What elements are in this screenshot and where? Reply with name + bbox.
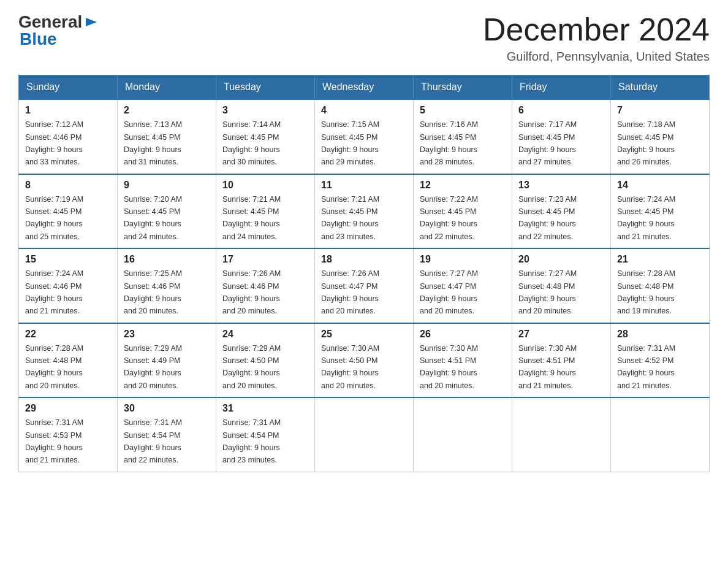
calendar-cell (512, 397, 611, 472)
calendar-cell (611, 397, 710, 472)
weekday-header-monday: Monday (118, 75, 216, 100)
logo-arrow-icon (85, 15, 98, 29)
calendar-cell: 13 Sunrise: 7:23 AMSunset: 4:45 PMDaylig… (512, 174, 611, 249)
day-info: Sunrise: 7:13 AMSunset: 4:45 PMDaylight:… (124, 120, 182, 166)
day-number: 19 (420, 254, 506, 265)
weekday-header-thursday: Thursday (414, 75, 512, 100)
calendar-cell: 1 Sunrise: 7:12 AMSunset: 4:46 PMDayligh… (19, 99, 118, 174)
calendar-cell: 23 Sunrise: 7:29 AMSunset: 4:49 PMDaylig… (118, 323, 216, 398)
week-row-3: 15 Sunrise: 7:24 AMSunset: 4:46 PMDaylig… (19, 248, 710, 323)
calendar-cell: 2 Sunrise: 7:13 AMSunset: 4:45 PMDayligh… (118, 99, 216, 174)
day-info: Sunrise: 7:24 AMSunset: 4:46 PMDaylight:… (25, 269, 83, 315)
day-info: Sunrise: 7:28 AMSunset: 4:48 PMDaylight:… (25, 344, 83, 390)
month-title: December 2024 (483, 12, 710, 47)
day-number: 16 (124, 254, 210, 265)
day-info: Sunrise: 7:30 AMSunset: 4:51 PMDaylight:… (518, 344, 577, 390)
day-info: Sunrise: 7:17 AMSunset: 4:45 PMDaylight:… (518, 120, 577, 166)
page-header: General Blue December 2024 Guilford, Pen… (18, 12, 710, 64)
calendar-cell: 15 Sunrise: 7:24 AMSunset: 4:46 PMDaylig… (19, 248, 118, 323)
day-number: 30 (124, 403, 210, 414)
day-info: Sunrise: 7:30 AMSunset: 4:51 PMDaylight:… (420, 344, 478, 390)
day-info: Sunrise: 7:15 AMSunset: 4:45 PMDaylight:… (321, 120, 379, 166)
day-info: Sunrise: 7:20 AMSunset: 4:45 PMDaylight:… (124, 195, 182, 241)
weekday-header-wednesday: Wednesday (315, 75, 414, 100)
day-number: 22 (25, 329, 111, 340)
day-info: Sunrise: 7:31 AMSunset: 4:54 PMDaylight:… (222, 418, 281, 464)
calendar-cell: 29 Sunrise: 7:31 AMSunset: 4:53 PMDaylig… (19, 397, 118, 472)
day-info: Sunrise: 7:22 AMSunset: 4:45 PMDaylight:… (420, 195, 478, 241)
day-info: Sunrise: 7:29 AMSunset: 4:49 PMDaylight:… (124, 344, 182, 390)
location-text: Guilford, Pennsylvania, United States (483, 50, 710, 64)
day-info: Sunrise: 7:14 AMSunset: 4:45 PMDaylight:… (222, 120, 281, 166)
day-number: 21 (617, 254, 703, 265)
calendar-cell: 25 Sunrise: 7:30 AMSunset: 4:50 PMDaylig… (315, 323, 414, 398)
day-number: 4 (321, 105, 407, 116)
day-number: 13 (518, 180, 604, 191)
day-number: 2 (124, 105, 210, 116)
calendar-cell: 3 Sunrise: 7:14 AMSunset: 4:45 PMDayligh… (216, 99, 315, 174)
calendar-cell: 24 Sunrise: 7:29 AMSunset: 4:50 PMDaylig… (216, 323, 315, 398)
calendar-cell: 4 Sunrise: 7:15 AMSunset: 4:45 PMDayligh… (315, 99, 414, 174)
day-number: 15 (25, 254, 111, 265)
calendar-cell: 16 Sunrise: 7:25 AMSunset: 4:46 PMDaylig… (118, 248, 216, 323)
day-info: Sunrise: 7:12 AMSunset: 4:46 PMDaylight:… (25, 120, 83, 166)
title-section: December 2024 Guilford, Pennsylvania, Un… (483, 12, 710, 64)
day-info: Sunrise: 7:21 AMSunset: 4:45 PMDaylight:… (321, 195, 379, 241)
day-number: 18 (321, 254, 407, 265)
weekday-header-sunday: Sunday (19, 75, 118, 100)
day-number: 1 (25, 105, 111, 116)
calendar-cell: 20 Sunrise: 7:27 AMSunset: 4:48 PMDaylig… (512, 248, 611, 323)
day-info: Sunrise: 7:16 AMSunset: 4:45 PMDaylight:… (420, 120, 478, 166)
day-number: 26 (420, 329, 506, 340)
day-number: 29 (25, 403, 111, 414)
day-number: 25 (321, 329, 407, 340)
day-info: Sunrise: 7:31 AMSunset: 4:52 PMDaylight:… (617, 344, 675, 390)
day-info: Sunrise: 7:24 AMSunset: 4:45 PMDaylight:… (617, 195, 675, 241)
calendar-cell: 27 Sunrise: 7:30 AMSunset: 4:51 PMDaylig… (512, 323, 611, 398)
day-number: 14 (617, 180, 703, 191)
day-info: Sunrise: 7:29 AMSunset: 4:50 PMDaylight:… (222, 344, 281, 390)
logo-blue-text: Blue (20, 29, 57, 49)
week-row-1: 1 Sunrise: 7:12 AMSunset: 4:46 PMDayligh… (19, 99, 710, 174)
day-info: Sunrise: 7:18 AMSunset: 4:45 PMDaylight:… (617, 120, 675, 166)
week-row-5: 29 Sunrise: 7:31 AMSunset: 4:53 PMDaylig… (19, 397, 710, 472)
calendar-cell: 17 Sunrise: 7:26 AMSunset: 4:46 PMDaylig… (216, 248, 315, 323)
svg-marker-0 (86, 18, 97, 26)
calendar-cell: 30 Sunrise: 7:31 AMSunset: 4:54 PMDaylig… (118, 397, 216, 472)
day-info: Sunrise: 7:26 AMSunset: 4:46 PMDaylight:… (222, 269, 281, 315)
calendar-cell: 19 Sunrise: 7:27 AMSunset: 4:47 PMDaylig… (414, 248, 512, 323)
calendar-cell: 11 Sunrise: 7:21 AMSunset: 4:45 PMDaylig… (315, 174, 414, 249)
week-row-2: 8 Sunrise: 7:19 AMSunset: 4:45 PMDayligh… (19, 174, 710, 249)
calendar-table: SundayMondayTuesdayWednesdayThursdayFrid… (18, 75, 710, 472)
weekday-header-saturday: Saturday (611, 75, 710, 100)
calendar-cell: 26 Sunrise: 7:30 AMSunset: 4:51 PMDaylig… (414, 323, 512, 398)
day-number: 11 (321, 180, 407, 191)
day-number: 23 (124, 329, 210, 340)
day-info: Sunrise: 7:27 AMSunset: 4:47 PMDaylight:… (420, 269, 478, 315)
calendar-cell (315, 397, 414, 472)
logo: General Blue (18, 12, 98, 49)
calendar-cell: 22 Sunrise: 7:28 AMSunset: 4:48 PMDaylig… (19, 323, 118, 398)
day-info: Sunrise: 7:31 AMSunset: 4:53 PMDaylight:… (25, 418, 83, 464)
day-number: 27 (518, 329, 604, 340)
day-number: 20 (518, 254, 604, 265)
calendar-cell (414, 397, 512, 472)
calendar-cell: 9 Sunrise: 7:20 AMSunset: 4:45 PMDayligh… (118, 174, 216, 249)
day-number: 24 (222, 329, 308, 340)
calendar-cell: 7 Sunrise: 7:18 AMSunset: 4:45 PMDayligh… (611, 99, 710, 174)
day-number: 28 (617, 329, 703, 340)
calendar-cell: 14 Sunrise: 7:24 AMSunset: 4:45 PMDaylig… (611, 174, 710, 249)
day-info: Sunrise: 7:26 AMSunset: 4:47 PMDaylight:… (321, 269, 379, 315)
week-row-4: 22 Sunrise: 7:28 AMSunset: 4:48 PMDaylig… (19, 323, 710, 398)
calendar-cell: 8 Sunrise: 7:19 AMSunset: 4:45 PMDayligh… (19, 174, 118, 249)
day-info: Sunrise: 7:21 AMSunset: 4:45 PMDaylight:… (222, 195, 281, 241)
day-info: Sunrise: 7:30 AMSunset: 4:50 PMDaylight:… (321, 344, 379, 390)
weekday-header-tuesday: Tuesday (216, 75, 315, 100)
weekday-header-friday: Friday (512, 75, 611, 100)
day-number: 31 (222, 403, 308, 414)
day-number: 3 (222, 105, 308, 116)
day-number: 10 (222, 180, 308, 191)
day-info: Sunrise: 7:19 AMSunset: 4:45 PMDaylight:… (25, 195, 83, 241)
day-number: 17 (222, 254, 308, 265)
day-info: Sunrise: 7:23 AMSunset: 4:45 PMDaylight:… (518, 195, 577, 241)
